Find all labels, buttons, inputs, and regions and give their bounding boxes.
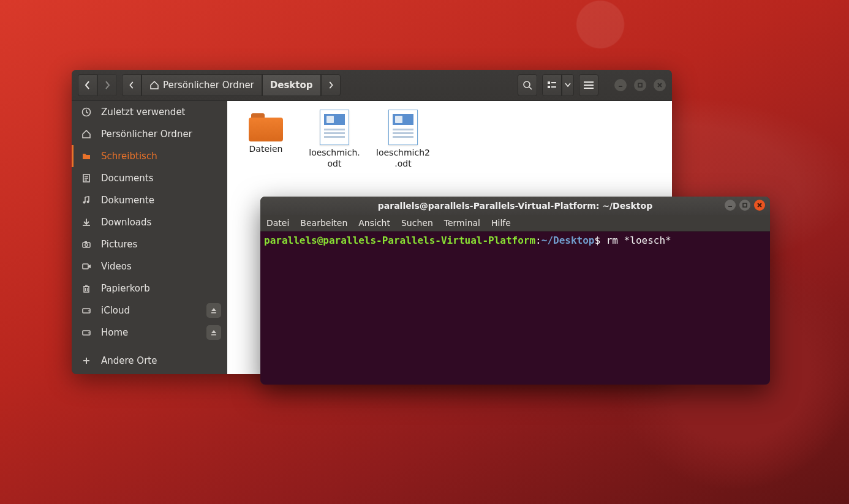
sidebar-item-papierkorb[interactable]: Papierkorb xyxy=(72,277,227,299)
svg-point-11 xyxy=(85,244,88,247)
maximize-button[interactable] xyxy=(634,79,646,91)
prompt-command: rm *loesch* xyxy=(606,235,671,246)
view-toggle-button[interactable] xyxy=(542,74,562,96)
hamburger-menu-button[interactable] xyxy=(579,74,598,96)
svg-rect-3 xyxy=(551,82,556,83)
sidebar-item-label: Andere Orte xyxy=(101,355,157,366)
music-icon xyxy=(80,194,92,206)
terminal-close-button[interactable] xyxy=(754,200,765,211)
sidebar-item-label: Downloads xyxy=(101,217,151,228)
file-label: loeschmich.odt xyxy=(307,148,362,169)
sidebar-item-schreibtisch[interactable]: Schreibtisch xyxy=(72,145,227,167)
video-icon xyxy=(80,260,92,273)
chevron-down-icon xyxy=(565,83,571,88)
eject-button[interactable] xyxy=(206,325,221,340)
drive-icon xyxy=(80,326,92,339)
terminal-window: parallels@parallels-Parallels-Virtual-Pl… xyxy=(260,197,770,385)
hamburger-icon xyxy=(584,81,594,89)
svg-point-16 xyxy=(88,310,89,312)
sidebar-item-videos[interactable]: Videos xyxy=(72,255,227,277)
breadcrumb-current-label: Desktop xyxy=(270,80,313,91)
nav-forward-button[interactable] xyxy=(97,74,117,96)
breadcrumb-up-button[interactable] xyxy=(122,74,142,96)
sidebar-item-icloud[interactable]: iCloud xyxy=(72,299,227,322)
menu-bearbeiten[interactable]: Bearbeiten xyxy=(300,218,347,228)
folder-icon xyxy=(80,150,92,162)
terminal-maximize-button[interactable] xyxy=(739,200,750,211)
drive-icon xyxy=(80,304,92,317)
menu-ansicht[interactable]: Ansicht xyxy=(358,218,390,228)
file-item[interactable]: loeschmich2.odt xyxy=(375,110,431,169)
sidebar-item-label: Schreibtisch xyxy=(101,151,157,162)
prompt-userhost: parallels@parallels-Parallels-Virtual-Pl… xyxy=(264,235,535,246)
sidebar-item-label: Dokumente xyxy=(101,195,154,206)
svg-rect-13 xyxy=(83,264,88,269)
terminal-body[interactable]: parallels@parallels-Parallels-Virtual-Pl… xyxy=(260,231,770,385)
sidebar-item-zuletzt-verwendet[interactable]: Zuletzt verwendet xyxy=(72,101,227,123)
chevron-left-icon xyxy=(84,81,91,89)
sidebar-item-label: iCloud xyxy=(101,305,130,316)
svg-rect-4 xyxy=(551,86,556,88)
minimize-button[interactable] xyxy=(614,79,627,91)
clock-icon xyxy=(80,106,92,118)
menu-datei[interactable]: Datei xyxy=(266,218,289,228)
file-label: loeschmich2.odt xyxy=(375,148,431,169)
breadcrumb: Persönlicher Ordner Desktop xyxy=(122,74,341,96)
chevron-right-icon xyxy=(328,81,334,89)
sidebar-item-label: Pictures xyxy=(101,239,137,250)
download-icon xyxy=(80,216,92,228)
svg-point-0 xyxy=(524,81,530,88)
prompt-sigil: $ xyxy=(594,235,606,246)
eject-icon xyxy=(210,307,217,314)
svg-point-8 xyxy=(83,201,86,204)
file-item[interactable]: loeschmich.odt xyxy=(307,110,362,169)
terminal-menubar: Datei Bearbeiten Ansicht Suchen Terminal… xyxy=(260,215,770,231)
home-icon xyxy=(149,80,159,90)
sidebar-item-dokumente[interactable]: Dokumente xyxy=(72,189,227,211)
breadcrumb-more-button[interactable] xyxy=(321,74,341,96)
sidebar-item-label: Papierkorb xyxy=(101,283,150,294)
svg-rect-12 xyxy=(85,241,87,243)
svg-point-9 xyxy=(87,201,89,203)
terminal-minimize-button[interactable] xyxy=(725,200,736,211)
breadcrumb-current[interactable]: Desktop xyxy=(262,74,321,96)
minimize-icon xyxy=(727,202,733,208)
document-icon xyxy=(80,172,92,184)
nav-back-button[interactable] xyxy=(78,74,97,96)
terminal-titlebar[interactable]: parallels@parallels-Parallels-Virtual-Pl… xyxy=(260,197,770,215)
menu-hilfe[interactable]: Hilfe xyxy=(491,218,511,228)
terminal-title: parallels@parallels-Parallels-Virtual-Pl… xyxy=(378,201,652,211)
svg-rect-19 xyxy=(743,203,747,207)
folder-icon xyxy=(249,113,283,141)
menu-suchen[interactable]: Suchen xyxy=(401,218,433,228)
file-label: Dateien xyxy=(238,144,293,155)
home-icon xyxy=(80,128,92,140)
menu-terminal[interactable]: Terminal xyxy=(444,218,480,228)
nav-back-forward xyxy=(78,74,117,96)
search-button[interactable] xyxy=(518,74,537,96)
sidebar-item-downloads[interactable]: Downloads xyxy=(72,211,227,233)
svg-rect-5 xyxy=(638,83,642,87)
odt-document-icon xyxy=(320,110,349,145)
svg-rect-14 xyxy=(84,287,89,292)
sidebar-item-andere-orte[interactable]: Andere Orte xyxy=(72,350,227,372)
file-item[interactable]: Dateien xyxy=(238,110,293,155)
list-view-icon xyxy=(547,81,557,89)
sidebar-item-label: Documents xyxy=(101,173,154,184)
sidebar-item-label: Videos xyxy=(101,261,132,272)
prompt-sep: : xyxy=(535,235,541,246)
chevron-left-icon xyxy=(129,81,135,89)
close-button[interactable] xyxy=(654,79,666,91)
odt-document-icon xyxy=(388,110,418,145)
search-icon xyxy=(523,80,532,90)
trash-icon xyxy=(80,282,92,295)
sidebar-item-pictures[interactable]: Pictures xyxy=(72,233,227,255)
sidebar-item-persönlicher-ordner[interactable]: Persönlicher Ordner xyxy=(72,123,227,145)
breadcrumb-home[interactable]: Persönlicher Ordner xyxy=(142,74,262,96)
eject-button[interactable] xyxy=(206,303,221,318)
files-sidebar: Zuletzt verwendetPersönlicher OrdnerSchr… xyxy=(72,101,227,374)
sidebar-item-documents[interactable]: Documents xyxy=(72,167,227,189)
view-menu-button[interactable] xyxy=(562,74,574,96)
sidebar-item-home[interactable]: Home xyxy=(72,322,227,344)
eject-icon xyxy=(210,329,217,336)
